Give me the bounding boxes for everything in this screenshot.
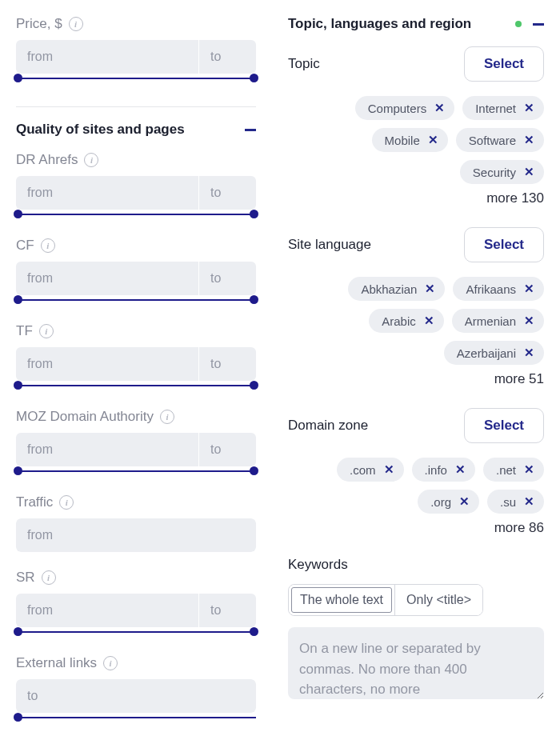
topic-chip[interactable]: Software✕: [456, 128, 544, 152]
collapse-icon[interactable]: [533, 23, 544, 26]
zone-select-button[interactable]: Select: [464, 408, 544, 443]
close-icon[interactable]: ✕: [384, 462, 394, 477]
info-icon[interactable]: i: [39, 324, 54, 338]
chip-label: Mobile: [385, 134, 420, 147]
price-to-input[interactable]: [198, 40, 256, 74]
close-icon[interactable]: ✕: [524, 133, 534, 147]
ext-slider[interactable]: [16, 712, 256, 723]
chip-label: .su: [500, 495, 516, 509]
info-icon[interactable]: i: [103, 656, 118, 670]
zone-chips: .com✕.info✕.net✕.org✕.su✕: [288, 458, 544, 514]
zone-more[interactable]: more 86: [288, 520, 544, 536]
language-chip[interactable]: Armenian✕: [452, 309, 544, 333]
cf-from-input[interactable]: [16, 262, 198, 295]
cf-label: CF: [16, 238, 34, 254]
tf-from-input[interactable]: [16, 347, 198, 381]
moz-to-input[interactable]: [198, 433, 256, 466]
info-icon[interactable]: i: [69, 17, 83, 31]
seg-whole-text[interactable]: The whole text: [289, 585, 394, 615]
sr-to-input[interactable]: [198, 594, 256, 627]
keywords-textarea[interactable]: [288, 627, 544, 699]
close-icon[interactable]: ✕: [425, 282, 435, 296]
topic-more[interactable]: more 130: [288, 190, 544, 206]
moz-from-input[interactable]: [16, 433, 198, 466]
traffic-from-input[interactable]: [16, 518, 256, 552]
ext-group: External linksi: [16, 655, 256, 723]
ext-to-input[interactable]: [16, 679, 256, 713]
info-icon[interactable]: i: [42, 570, 56, 585]
chip-label: Azerbaijani: [457, 346, 516, 360]
language-more[interactable]: more 51: [288, 371, 544, 387]
topic-chip[interactable]: Internet✕: [462, 96, 544, 120]
language-chip[interactable]: Azerbaijani✕: [444, 341, 544, 365]
zone-chip[interactable]: .com✕: [337, 458, 404, 482]
chip-label: Software: [469, 134, 516, 147]
sr-label: SR: [16, 570, 35, 586]
price-slider[interactable]: [16, 73, 256, 84]
keywords-mode-segmented[interactable]: The whole text Only <title>: [288, 584, 483, 616]
close-icon[interactable]: ✕: [434, 101, 445, 115]
language-chip[interactable]: Abkhazian✕: [348, 277, 445, 301]
zone-label: Domain zone: [288, 418, 368, 434]
cf-to-input[interactable]: [198, 262, 256, 295]
tf-label: TF: [16, 323, 33, 339]
cf-slider[interactable]: [16, 294, 256, 306]
language-chip[interactable]: Arabic✕: [369, 309, 444, 333]
traffic-group: Traffici: [16, 494, 256, 552]
close-icon[interactable]: ✕: [524, 462, 534, 477]
topic-chip[interactable]: Security✕: [460, 160, 544, 184]
zone-chip[interactable]: .net✕: [483, 458, 544, 482]
chip-label: Afrikaans: [466, 282, 516, 296]
topic-chips: Computers✕Internet✕Mobile✕Software✕Secur…: [288, 96, 544, 184]
zone-row: Domain zoneSelect: [288, 408, 544, 443]
info-icon[interactable]: i: [41, 238, 55, 253]
price-from-input[interactable]: [16, 40, 198, 74]
status-dot-icon: [515, 21, 522, 27]
topic-label: Topic: [288, 56, 320, 72]
topic-chip[interactable]: Computers✕: [355, 96, 454, 120]
chip-label: Abkhazian: [361, 282, 417, 296]
language-label: Site language: [288, 237, 371, 253]
language-row: Site languageSelect: [288, 227, 544, 262]
seg-only-title[interactable]: Only <title>: [394, 585, 482, 615]
close-icon[interactable]: ✕: [524, 282, 534, 296]
close-icon[interactable]: ✕: [524, 314, 534, 328]
dr-from-input[interactable]: [16, 176, 198, 210]
zone-chip[interactable]: .su✕: [487, 490, 544, 514]
zone-chip[interactable]: .info✕: [412, 458, 475, 482]
dr-label: DR Ahrefs: [16, 152, 78, 168]
close-icon[interactable]: ✕: [524, 494, 534, 509]
sr-from-input[interactable]: [16, 594, 198, 627]
chip-label: Armenian: [465, 314, 516, 328]
moz-slider[interactable]: [16, 466, 256, 477]
close-icon[interactable]: ✕: [524, 346, 534, 360]
info-icon[interactable]: i: [84, 153, 98, 167]
language-chip[interactable]: Afrikaans✕: [453, 277, 544, 301]
sr-slider[interactable]: [16, 626, 256, 638]
topic-select-button[interactable]: Select: [464, 46, 544, 82]
close-icon[interactable]: ✕: [424, 314, 434, 328]
info-icon[interactable]: i: [59, 495, 74, 510]
close-icon[interactable]: ✕: [524, 101, 534, 115]
tf-group: TFi: [16, 323, 256, 391]
info-icon[interactable]: i: [160, 410, 174, 424]
zone-chip[interactable]: .org✕: [418, 490, 479, 514]
topic-section-header[interactable]: Topic, languages and region: [288, 16, 544, 32]
chip-label: .com: [350, 463, 376, 477]
tf-slider[interactable]: [16, 380, 256, 391]
language-select-button[interactable]: Select: [464, 227, 544, 262]
traffic-label: Traffic: [16, 494, 53, 510]
collapse-icon[interactable]: [245, 129, 256, 131]
close-icon[interactable]: ✕: [459, 494, 470, 509]
chip-label: .info: [425, 463, 447, 477]
price-group: Price, $ i: [16, 16, 256, 84]
topic-chip[interactable]: Mobile✕: [372, 128, 448, 152]
sr-group: SRi: [16, 570, 256, 638]
tf-to-input[interactable]: [198, 347, 256, 381]
close-icon[interactable]: ✕: [524, 165, 534, 179]
dr-slider[interactable]: [16, 209, 256, 220]
close-icon[interactable]: ✕: [455, 462, 466, 477]
dr-to-input[interactable]: [198, 176, 256, 210]
close-icon[interactable]: ✕: [428, 133, 438, 147]
quality-section-header[interactable]: Quality of sites and pages: [16, 122, 256, 138]
